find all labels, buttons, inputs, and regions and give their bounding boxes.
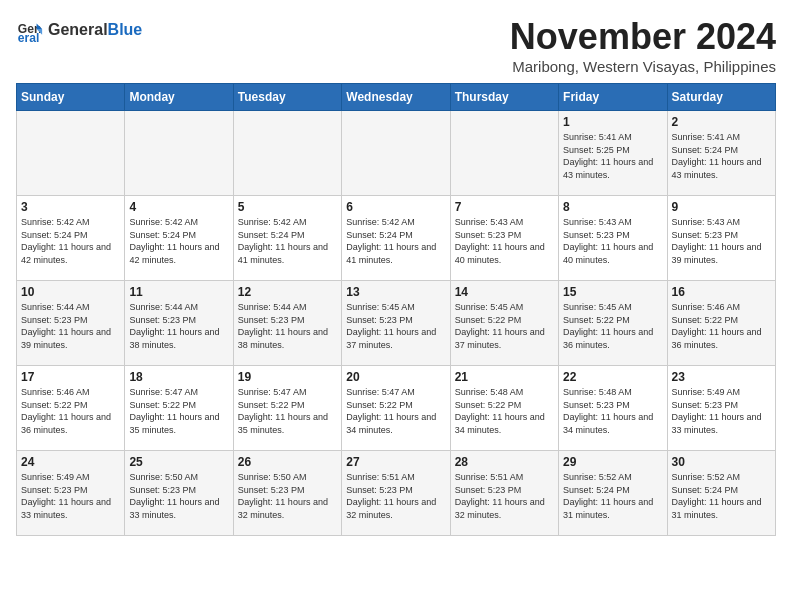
day-info: Sunrise: 5:44 AM Sunset: 5:23 PM Dayligh…: [129, 301, 228, 351]
day-number: 30: [672, 455, 771, 469]
day-number: 17: [21, 370, 120, 384]
day-number: 15: [563, 285, 662, 299]
day-number: 6: [346, 200, 445, 214]
day-info: Sunrise: 5:50 AM Sunset: 5:23 PM Dayligh…: [129, 471, 228, 521]
calendar-cell: 28Sunrise: 5:51 AM Sunset: 5:23 PM Dayli…: [450, 451, 558, 536]
day-number: 24: [21, 455, 120, 469]
day-info: Sunrise: 5:51 AM Sunset: 5:23 PM Dayligh…: [346, 471, 445, 521]
calendar-cell: 17Sunrise: 5:46 AM Sunset: 5:22 PM Dayli…: [17, 366, 125, 451]
day-info: Sunrise: 5:43 AM Sunset: 5:23 PM Dayligh…: [455, 216, 554, 266]
day-number: 21: [455, 370, 554, 384]
day-info: Sunrise: 5:47 AM Sunset: 5:22 PM Dayligh…: [129, 386, 228, 436]
month-title: November 2024: [510, 16, 776, 58]
weekday-header-row: SundayMondayTuesdayWednesdayThursdayFrid…: [17, 84, 776, 111]
day-number: 1: [563, 115, 662, 129]
day-number: 16: [672, 285, 771, 299]
calendar-cell: 9Sunrise: 5:43 AM Sunset: 5:23 PM Daylig…: [667, 196, 775, 281]
calendar-cell: 5Sunrise: 5:42 AM Sunset: 5:24 PM Daylig…: [233, 196, 341, 281]
day-info: Sunrise: 5:48 AM Sunset: 5:23 PM Dayligh…: [563, 386, 662, 436]
calendar-cell: 13Sunrise: 5:45 AM Sunset: 5:23 PM Dayli…: [342, 281, 450, 366]
calendar-cell: 21Sunrise: 5:48 AM Sunset: 5:22 PM Dayli…: [450, 366, 558, 451]
weekday-header-friday: Friday: [559, 84, 667, 111]
weekday-header-wednesday: Wednesday: [342, 84, 450, 111]
day-info: Sunrise: 5:43 AM Sunset: 5:23 PM Dayligh…: [563, 216, 662, 266]
day-number: 18: [129, 370, 228, 384]
day-number: 4: [129, 200, 228, 214]
day-info: Sunrise: 5:44 AM Sunset: 5:23 PM Dayligh…: [238, 301, 337, 351]
day-info: Sunrise: 5:45 AM Sunset: 5:22 PM Dayligh…: [563, 301, 662, 351]
calendar-cell: 24Sunrise: 5:49 AM Sunset: 5:23 PM Dayli…: [17, 451, 125, 536]
day-number: 19: [238, 370, 337, 384]
calendar-cell: 8Sunrise: 5:43 AM Sunset: 5:23 PM Daylig…: [559, 196, 667, 281]
header: Gen eral GeneralBlue November 2024 Marib…: [16, 16, 776, 75]
day-info: Sunrise: 5:46 AM Sunset: 5:22 PM Dayligh…: [21, 386, 120, 436]
day-info: Sunrise: 5:41 AM Sunset: 5:25 PM Dayligh…: [563, 131, 662, 181]
calendar-cell: 19Sunrise: 5:47 AM Sunset: 5:22 PM Dayli…: [233, 366, 341, 451]
calendar-cell: 3Sunrise: 5:42 AM Sunset: 5:24 PM Daylig…: [17, 196, 125, 281]
calendar-cell: [450, 111, 558, 196]
calendar-cell: 12Sunrise: 5:44 AM Sunset: 5:23 PM Dayli…: [233, 281, 341, 366]
day-number: 29: [563, 455, 662, 469]
calendar-cell: 29Sunrise: 5:52 AM Sunset: 5:24 PM Dayli…: [559, 451, 667, 536]
calendar-week-4: 17Sunrise: 5:46 AM Sunset: 5:22 PM Dayli…: [17, 366, 776, 451]
day-number: 27: [346, 455, 445, 469]
title-area: November 2024 Maribong, Western Visayas,…: [510, 16, 776, 75]
day-number: 10: [21, 285, 120, 299]
day-info: Sunrise: 5:42 AM Sunset: 5:24 PM Dayligh…: [21, 216, 120, 266]
day-number: 9: [672, 200, 771, 214]
calendar-cell: 11Sunrise: 5:44 AM Sunset: 5:23 PM Dayli…: [125, 281, 233, 366]
day-number: 20: [346, 370, 445, 384]
weekday-header-thursday: Thursday: [450, 84, 558, 111]
calendar-cell: [17, 111, 125, 196]
calendar-cell: 16Sunrise: 5:46 AM Sunset: 5:22 PM Dayli…: [667, 281, 775, 366]
day-number: 14: [455, 285, 554, 299]
day-number: 2: [672, 115, 771, 129]
day-info: Sunrise: 5:42 AM Sunset: 5:24 PM Dayligh…: [129, 216, 228, 266]
calendar-cell: 15Sunrise: 5:45 AM Sunset: 5:22 PM Dayli…: [559, 281, 667, 366]
weekday-header-saturday: Saturday: [667, 84, 775, 111]
logo-general-text: General: [48, 21, 108, 38]
calendar-cell: 1Sunrise: 5:41 AM Sunset: 5:25 PM Daylig…: [559, 111, 667, 196]
calendar-week-2: 3Sunrise: 5:42 AM Sunset: 5:24 PM Daylig…: [17, 196, 776, 281]
calendar-cell: 14Sunrise: 5:45 AM Sunset: 5:22 PM Dayli…: [450, 281, 558, 366]
logo-blue-text: Blue: [108, 21, 143, 38]
logo-icon: Gen eral: [16, 16, 44, 44]
day-number: 26: [238, 455, 337, 469]
day-info: Sunrise: 5:45 AM Sunset: 5:23 PM Dayligh…: [346, 301, 445, 351]
day-info: Sunrise: 5:52 AM Sunset: 5:24 PM Dayligh…: [672, 471, 771, 521]
calendar-cell: 18Sunrise: 5:47 AM Sunset: 5:22 PM Dayli…: [125, 366, 233, 451]
weekday-header-monday: Monday: [125, 84, 233, 111]
calendar-cell: 4Sunrise: 5:42 AM Sunset: 5:24 PM Daylig…: [125, 196, 233, 281]
weekday-header-sunday: Sunday: [17, 84, 125, 111]
calendar-cell: [233, 111, 341, 196]
day-info: Sunrise: 5:52 AM Sunset: 5:24 PM Dayligh…: [563, 471, 662, 521]
day-info: Sunrise: 5:49 AM Sunset: 5:23 PM Dayligh…: [672, 386, 771, 436]
calendar-cell: 7Sunrise: 5:43 AM Sunset: 5:23 PM Daylig…: [450, 196, 558, 281]
calendar-cell: 10Sunrise: 5:44 AM Sunset: 5:23 PM Dayli…: [17, 281, 125, 366]
calendar-cell: 23Sunrise: 5:49 AM Sunset: 5:23 PM Dayli…: [667, 366, 775, 451]
calendar-cell: [342, 111, 450, 196]
calendar-cell: 25Sunrise: 5:50 AM Sunset: 5:23 PM Dayli…: [125, 451, 233, 536]
day-info: Sunrise: 5:46 AM Sunset: 5:22 PM Dayligh…: [672, 301, 771, 351]
day-info: Sunrise: 5:44 AM Sunset: 5:23 PM Dayligh…: [21, 301, 120, 351]
calendar-cell: 6Sunrise: 5:42 AM Sunset: 5:24 PM Daylig…: [342, 196, 450, 281]
day-info: Sunrise: 5:47 AM Sunset: 5:22 PM Dayligh…: [238, 386, 337, 436]
calendar-cell: 26Sunrise: 5:50 AM Sunset: 5:23 PM Dayli…: [233, 451, 341, 536]
day-number: 23: [672, 370, 771, 384]
day-number: 22: [563, 370, 662, 384]
day-info: Sunrise: 5:45 AM Sunset: 5:22 PM Dayligh…: [455, 301, 554, 351]
day-number: 13: [346, 285, 445, 299]
day-info: Sunrise: 5:49 AM Sunset: 5:23 PM Dayligh…: [21, 471, 120, 521]
day-number: 12: [238, 285, 337, 299]
day-number: 7: [455, 200, 554, 214]
location-title: Maribong, Western Visayas, Philippines: [510, 58, 776, 75]
calendar-cell: 22Sunrise: 5:48 AM Sunset: 5:23 PM Dayli…: [559, 366, 667, 451]
day-info: Sunrise: 5:41 AM Sunset: 5:24 PM Dayligh…: [672, 131, 771, 181]
day-info: Sunrise: 5:50 AM Sunset: 5:23 PM Dayligh…: [238, 471, 337, 521]
day-info: Sunrise: 5:51 AM Sunset: 5:23 PM Dayligh…: [455, 471, 554, 521]
day-number: 25: [129, 455, 228, 469]
day-number: 3: [21, 200, 120, 214]
day-info: Sunrise: 5:42 AM Sunset: 5:24 PM Dayligh…: [346, 216, 445, 266]
calendar-week-5: 24Sunrise: 5:49 AM Sunset: 5:23 PM Dayli…: [17, 451, 776, 536]
logo: Gen eral GeneralBlue: [16, 16, 142, 44]
